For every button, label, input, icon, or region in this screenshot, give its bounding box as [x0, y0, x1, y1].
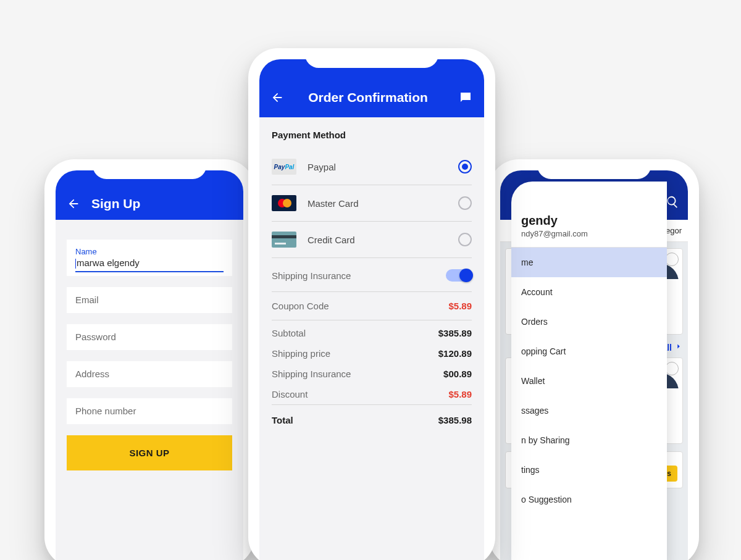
shipping-insurance-label: Shipping Insurance [272, 270, 351, 281]
profile-block: gendy ndy87@gmail.com [511, 182, 667, 248]
shipping-insurance-row: Shipping Insurance [272, 258, 472, 292]
name-field[interactable]: Name marwa elgendy [67, 240, 232, 276]
name-label: Name [75, 247, 224, 256]
drawer-item-cart[interactable]: opping Cart [511, 336, 667, 366]
drawer-item-account[interactable]: Account [511, 277, 667, 307]
payment-label: Paypal [308, 162, 447, 172]
name-value: marwa elgendy [75, 257, 140, 268]
search-icon[interactable] [666, 195, 679, 211]
mastercard-icon [272, 195, 296, 211]
coupon-label: Coupon Code [272, 301, 329, 311]
email-placeholder: Email [75, 295, 99, 305]
drawer-item-settings[interactable]: tings [511, 455, 667, 485]
coupon-value: $5.89 [448, 301, 472, 311]
summary-row-discount: Discount $5.89 [272, 384, 472, 404]
summary-value: $5.89 [448, 389, 472, 399]
topbar-order: Order Confirmation [259, 59, 484, 117]
email-field[interactable]: Email [67, 287, 232, 313]
creditcard-icon [272, 232, 296, 248]
payment-option-creditcard[interactable]: Credit Card [272, 222, 472, 258]
chevron-right-icon [674, 342, 683, 353]
page-title: Order Confirmation [289, 90, 447, 105]
phone-notch [305, 48, 438, 68]
phone-signup: Sign Up Name marwa elgendy Email Passwor… [44, 159, 254, 560]
payment-option-mastercard[interactable]: Master Card [272, 185, 472, 222]
phone-placeholder: Phone number [75, 406, 136, 416]
payment-method-title: Payment Method [272, 130, 472, 140]
summary-value: $385.89 [438, 328, 472, 338]
coupon-row[interactable]: Coupon Code $5.89 [272, 292, 472, 320]
back-arrow-icon[interactable] [67, 197, 80, 211]
total-value: $385.98 [438, 415, 472, 425]
summary-row-shipping: Shipping price $120.89 [272, 343, 472, 364]
drawer-item-messages[interactable]: ssages [511, 396, 667, 425]
signup-button[interactable]: SIGN UP [67, 435, 232, 470]
screen-menu: ategor v all ns [500, 170, 688, 560]
summary-value: $00.89 [443, 369, 472, 379]
summary-label: Shipping Insurance [272, 369, 351, 379]
phone-notch [537, 159, 651, 179]
drawer-item-suggestion[interactable]: o Suggestion [511, 485, 667, 514]
total-row: Total $385.98 [272, 405, 472, 425]
page-title: Sign Up [91, 196, 140, 211]
payment-option-paypal[interactable]: PayPal Paypal [272, 149, 472, 185]
paypal-icon: PayPal [272, 159, 296, 175]
password-placeholder: Password [75, 332, 116, 342]
payment-label: Master Card [308, 198, 447, 209]
phone-notch [93, 159, 206, 179]
radio-selected[interactable] [458, 160, 472, 173]
radio-unselected[interactable] [458, 196, 472, 210]
drawer-item-orders[interactable]: Orders [511, 307, 667, 336]
screen-signup: Sign Up Name marwa elgendy Email Passwor… [56, 170, 243, 560]
back-arrow-icon[interactable] [270, 91, 284, 104]
payment-label: Credit Card [308, 235, 447, 245]
password-field[interactable]: Password [67, 324, 232, 350]
shipping-insurance-toggle[interactable] [446, 269, 472, 282]
summary-label: Subtotal [272, 328, 306, 338]
phone-menu: ategor v all ns [489, 159, 699, 560]
screen-order: Order Confirmation Payment Method PayPal… [259, 59, 484, 560]
profile-email: ndy87@gmail.com [521, 229, 657, 238]
phone-order-confirmation: Order Confirmation Payment Method PayPal… [248, 48, 495, 560]
summary-label: Discount [272, 389, 308, 399]
order-summary: Subtotal $385.89 Shipping price $120.89 … [272, 320, 472, 405]
address-field[interactable]: Address [67, 361, 232, 387]
signup-form: Name marwa elgendy Email Password Addres… [56, 220, 243, 470]
summary-label: Shipping price [272, 348, 330, 359]
profile-name: gendy [521, 214, 657, 228]
radio-unselected[interactable] [458, 233, 472, 246]
summary-row-insurance: Shipping Insurance $00.89 [272, 364, 472, 384]
drawer-item-wallet[interactable]: Wallet [511, 366, 667, 396]
order-content: Payment Method PayPal Paypal Master Card… [259, 117, 484, 425]
total-label: Total [272, 415, 293, 425]
phone-field[interactable]: Phone number [67, 398, 232, 424]
drawer-item-home[interactable]: me [511, 248, 667, 277]
drawer-item-sharing[interactable]: n by Sharing [511, 425, 667, 455]
summary-row-subtotal: Subtotal $385.89 [272, 323, 472, 343]
address-placeholder: Address [75, 369, 109, 379]
chat-icon[interactable] [458, 90, 473, 105]
side-drawer: gendy ndy87@gmail.com me Account Orders … [511, 182, 667, 560]
summary-value: $120.89 [438, 348, 472, 359]
